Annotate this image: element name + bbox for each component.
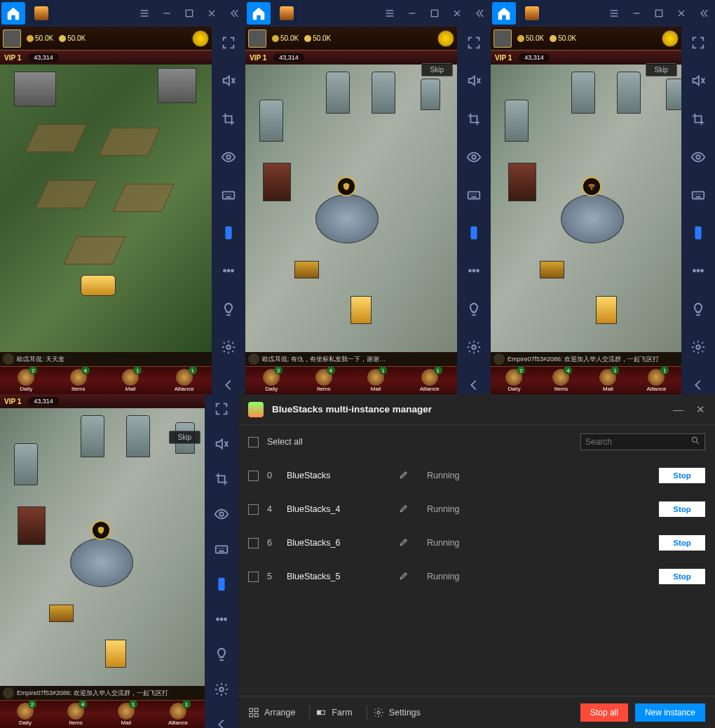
hud-items-button[interactable]: 4 Items (552, 369, 569, 392)
minimize-button[interactable] (156, 0, 178, 27)
hud-mail-button[interactable]: 1 Mail (118, 703, 135, 726)
stop-all-button[interactable]: Stop all (580, 703, 628, 722)
center-badge-icon[interactable] (91, 520, 111, 540)
fullscreen-button[interactable] (219, 34, 238, 52)
chat-bar[interactable]: 欧戉耳侃: 天天发 (0, 352, 212, 366)
hud-alliance-button[interactable]: 1 Alliance (175, 369, 194, 392)
back-button[interactable] (688, 376, 708, 394)
rename-button[interactable] (399, 571, 427, 583)
maximize-button[interactable] (178, 0, 200, 27)
game-map[interactable] (245, 65, 457, 352)
tips-button[interactable] (219, 299, 238, 318)
row-checkbox[interactable] (248, 471, 259, 481)
back-button[interactable] (219, 376, 238, 394)
more-button[interactable] (464, 262, 484, 280)
close-button[interactable] (446, 0, 468, 27)
hud-alliance-button[interactable]: 1 Alliance (646, 369, 666, 392)
player-avatar[interactable] (493, 29, 512, 48)
chat-bar[interactable]: 欧戉耳侃: 有仇，有坐标私发我一下，谢谢… (245, 352, 457, 366)
row-checkbox[interactable] (248, 572, 259, 582)
rename-button[interactable] (399, 537, 427, 549)
game-map-city[interactable] (491, 65, 681, 352)
new-instance-button[interactable]: New instance (635, 703, 705, 722)
keyboard-button[interactable] (212, 541, 231, 557)
game-tab[interactable] (275, 2, 299, 25)
mute-button[interactable] (464, 72, 484, 90)
fullscreen-button[interactable] (464, 34, 484, 52)
home-tab[interactable] (247, 2, 271, 25)
close-button[interactable] (670, 0, 693, 27)
rename-button[interactable] (399, 504, 427, 515)
search-box[interactable] (580, 433, 705, 450)
settings-button[interactable] (688, 338, 708, 356)
skip-button[interactable]: Skip (646, 63, 677, 76)
chat-bar[interactable]: Empire07f53#2086: 欢迎加入华人交流群，一起飞区打 (491, 352, 681, 366)
crop-button[interactable] (688, 109, 708, 128)
keyboard-button[interactable] (219, 186, 238, 204)
back-button[interactable] (464, 376, 484, 394)
row-checkbox[interactable] (248, 538, 259, 548)
coin-button[interactable] (437, 30, 454, 47)
stop-button[interactable]: Stop (659, 501, 705, 517)
menu-button[interactable] (133, 0, 156, 27)
collapse-sidebar-button[interactable] (468, 0, 491, 27)
skip-button[interactable]: Skip (169, 431, 200, 444)
stop-button[interactable]: Stop (659, 468, 705, 483)
tips-button[interactable] (688, 299, 708, 318)
center-badge-icon[interactable] (582, 177, 601, 196)
hud-daily-button[interactable]: 2 Daily (505, 369, 522, 392)
search-input[interactable] (585, 437, 690, 447)
manager-minimize-button[interactable]: — (673, 403, 683, 416)
farm-button[interactable]: Farm (315, 707, 352, 718)
mute-button[interactable] (688, 72, 708, 90)
close-button[interactable] (200, 0, 223, 27)
player-avatar[interactable] (248, 29, 266, 48)
rotate-button[interactable] (464, 224, 484, 242)
center-badge-icon[interactable] (336, 177, 356, 196)
fullscreen-button[interactable] (212, 401, 231, 417)
game-map[interactable] (0, 65, 212, 352)
menu-button[interactable] (603, 0, 625, 27)
hud-alliance-button[interactable]: 1 Alliance (420, 369, 440, 392)
eye-button[interactable] (212, 506, 231, 522)
mute-button[interactable] (219, 72, 238, 90)
select-all-checkbox[interactable] (248, 437, 259, 447)
hud-daily-button[interactable]: 2 Daily (18, 369, 34, 392)
crop-button[interactable] (212, 471, 231, 487)
more-button[interactable] (688, 262, 708, 280)
eye-button[interactable] (464, 148, 484, 166)
footer-settings-button[interactable]: Settings (373, 707, 421, 718)
menu-button[interactable] (379, 0, 401, 27)
chat-bar[interactable]: Empire07f53#2086: 欢迎加入华人交流群，一起飞区打 (0, 686, 205, 700)
more-button[interactable] (219, 262, 238, 280)
hud-mail-button[interactable]: 1 Mail (367, 369, 384, 392)
select-all[interactable]: Select all (248, 437, 303, 447)
home-tab[interactable] (1, 2, 25, 25)
stop-button[interactable]: Stop (659, 535, 705, 551)
game-map[interactable] (491, 65, 681, 352)
minimize-button[interactable] (625, 0, 648, 27)
more-button[interactable] (212, 612, 231, 627)
rotate-button[interactable] (688, 224, 708, 242)
maximize-button[interactable] (423, 0, 446, 27)
hud-daily-button[interactable]: 2 Daily (17, 703, 34, 726)
rotate-button[interactable] (219, 224, 238, 242)
game-tab[interactable] (29, 2, 53, 25)
settings-button[interactable] (212, 682, 231, 697)
player-avatar[interactable] (3, 29, 21, 48)
collapse-sidebar-button[interactable] (693, 0, 715, 27)
hud-daily-button[interactable]: 2 Daily (263, 369, 280, 392)
hud-mail-button[interactable]: 1 Mail (122, 369, 139, 392)
crop-button[interactable] (464, 109, 484, 128)
hud-items-button[interactable]: 4 Items (315, 369, 332, 392)
mute-button[interactable] (212, 436, 231, 452)
hud-items-button[interactable]: 4 Items (70, 369, 87, 392)
minimize-button[interactable] (401, 0, 423, 27)
hud-items-button[interactable]: 4 Items (67, 703, 84, 726)
tips-button[interactable] (464, 299, 484, 318)
crop-button[interactable] (219, 109, 238, 128)
collapse-sidebar-button[interactable] (223, 0, 245, 27)
settings-button[interactable] (219, 338, 238, 356)
manager-close-button[interactable]: ✕ (696, 403, 705, 416)
fullscreen-button[interactable] (688, 34, 708, 52)
